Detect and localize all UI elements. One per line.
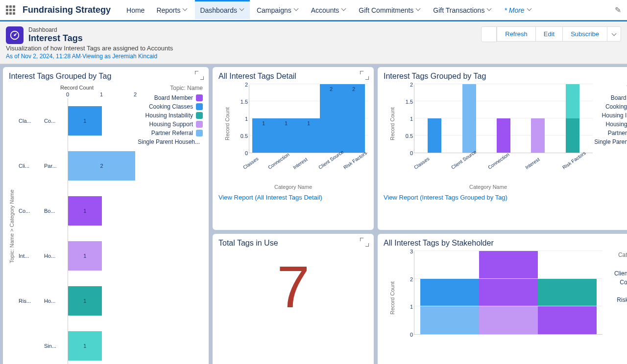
legend-item: Cooking Classes (596, 103, 627, 110)
legend-item: Interest (605, 288, 627, 295)
legend-swatch (196, 103, 203, 110)
card-all-tags-detail: All Interest Tags Detail Record Count 00… (213, 67, 374, 230)
chevron-down-icon (416, 8, 421, 13)
refresh-button[interactable]: Refresh (497, 27, 535, 41)
bar[interactable] (531, 118, 545, 153)
chart-row: Sin...1 (19, 323, 135, 364)
dashboard-icon (6, 26, 24, 44)
legend-item: Housing Support (139, 121, 203, 128)
bar-segment (479, 306, 538, 334)
chart-row: Cla...Co...1 (19, 98, 135, 143)
chart-row: Cli...Par...2 (19, 143, 135, 188)
y-axis-label: Topic: Name > Category Name (9, 85, 15, 364)
y-axis-label: Record Count (389, 251, 395, 344)
subscribe-button[interactable]: Subscribe (562, 27, 607, 41)
legend-item: Board Member (596, 94, 627, 101)
bar[interactable]: 1 (68, 331, 102, 361)
y-axis-label: Record Count (224, 85, 230, 163)
app-launcher-icon[interactable] (6, 5, 16, 15)
legend-swatch (196, 112, 203, 119)
view-report-link[interactable]: View Report (Interest Tags Grouped by Ta… (384, 194, 507, 201)
card-title: Interest Tags Grouped by Tag (9, 72, 203, 81)
nav-item-gift-transactions[interactable]: Gift Transactions (428, 1, 497, 19)
nav-more[interactable]: * More (499, 1, 537, 19)
bar-segment (479, 251, 538, 306)
expand-icon[interactable] (195, 71, 204, 80)
expand-icon[interactable] (360, 71, 369, 80)
legend-title: Category Name (605, 251, 627, 258)
bar[interactable]: 1 (252, 118, 275, 153)
bar[interactable] (566, 84, 579, 153)
card-title: Total Tags in Use (218, 239, 368, 248)
bar[interactable]: 2 (68, 151, 135, 181)
legend-title: Topic: Name (139, 85, 203, 91)
header-actions: Refresh Edit Subscribe (481, 26, 621, 42)
y-axis-label: Record Count (389, 85, 395, 163)
nav-item-dashboards[interactable]: Dashboards (195, 0, 250, 19)
page-header: Dashboard Interest Tags Visualization of… (0, 22, 627, 64)
legend-item: Connection (605, 279, 627, 286)
bar[interactable]: 2 (320, 84, 342, 153)
chevron-down-icon (294, 8, 299, 13)
card-total-tags: Total Tags in Use 7 (213, 234, 374, 364)
app-name: Fundraising Strategy (23, 5, 111, 15)
bar[interactable]: 1 (275, 118, 297, 153)
object-label: Dashboard (28, 26, 476, 33)
chevron-down-icon (612, 32, 616, 35)
top-nav: Fundraising Strategy HomeReportsDashboar… (0, 0, 627, 22)
bar[interactable] (428, 118, 441, 153)
bar[interactable]: 1 (68, 241, 102, 271)
page-description: Visualization of how Interest Tags are a… (6, 45, 476, 52)
bar[interactable] (462, 84, 476, 153)
nav-item-home[interactable]: Home (121, 1, 149, 19)
svg-point-1 (14, 34, 16, 36)
view-report-link[interactable]: View Report (All Interest Tags Detail) (218, 194, 322, 201)
bar-segment (420, 279, 479, 307)
legend-item: Partner Referral (596, 130, 627, 136)
page-title: Interest Tags (28, 33, 476, 44)
chevron-down-icon (487, 8, 492, 13)
legend-item: Housing Support (596, 121, 627, 128)
header-extra-button[interactable] (481, 26, 497, 42)
legend-swatch (196, 130, 203, 136)
chart-row: Co...Bo...1 (19, 188, 135, 233)
chevron-down-icon (528, 8, 532, 13)
chevron-down-icon (240, 8, 245, 13)
legend-title: Topic: Name (596, 85, 627, 91)
header-more-button[interactable] (607, 27, 621, 41)
chart-row: Int...Ho...1 (19, 233, 135, 278)
legend-item: Housing Instability (596, 112, 627, 119)
bar[interactable]: 1 (68, 196, 102, 226)
edit-nav-icon[interactable]: ✎ (615, 5, 621, 15)
card-title: All Interest Tags by Stakeholder (384, 239, 627, 248)
bar[interactable]: 2 (342, 84, 365, 153)
legend-item: Client Source (605, 270, 627, 277)
expand-icon[interactable] (360, 238, 369, 247)
bar[interactable]: 1 (68, 106, 102, 136)
bar[interactable]: 1 (68, 286, 102, 316)
nav-item-gift-commitments[interactable]: Gift Commitments (354, 1, 426, 19)
nav-item-accounts[interactable]: Accounts (306, 1, 352, 19)
nav-item-reports[interactable]: Reports (151, 1, 193, 19)
edit-button[interactable]: Edit (535, 27, 562, 41)
chevron-down-icon (342, 8, 347, 13)
x-axis-label: Category Name (384, 184, 593, 190)
card-tags-by-tag-h: Interest Tags Grouped by Tag Topic: Name… (3, 67, 209, 364)
bar[interactable] (479, 251, 538, 334)
chevron-down-icon (183, 8, 188, 13)
nav-item-campaigns[interactable]: Campaigns (252, 1, 304, 19)
legend-item: Housing Instability (139, 112, 203, 119)
bar[interactable]: 1 (297, 118, 320, 153)
legend-item: Partner Referral (139, 130, 203, 136)
bar[interactable] (497, 118, 510, 153)
bar-segment (420, 306, 479, 334)
page-meta: As of Nov 2, 2024, 11:28 AM·Viewing as J… (6, 53, 476, 60)
legend-item: Single Parent Househ... (139, 138, 203, 145)
card-tags-by-stakeholder: All Interest Tags by Stakeholder Record … (378, 234, 627, 364)
legend-item: Board Member (139, 94, 203, 101)
legend-item: Risk Factors (605, 296, 627, 303)
chart-row: Ris...Ho...1 (19, 278, 135, 323)
legend-item: Single Parent Househ... (596, 138, 627, 145)
x-axis-label: Record Count (19, 85, 135, 91)
card-title: All Interest Tags Detail (218, 72, 368, 81)
